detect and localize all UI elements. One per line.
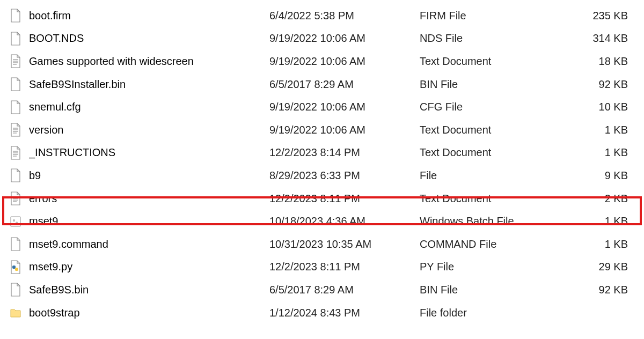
file-row[interactable]: SafeB9S.bin6/5/2017 8:29 AMBIN File92 KB xyxy=(0,278,644,301)
file-size: 10 KB xyxy=(560,101,628,113)
file-row[interactable]: b98/29/2023 6:33 PMFile9 KB xyxy=(0,164,644,187)
file-date: 6/5/2017 8:29 AM xyxy=(269,78,420,91)
file-row[interactable]: mset9.py12/2/2023 8:11 PMPY File29 KB xyxy=(0,256,644,279)
file-type: BIN File xyxy=(420,78,560,91)
file-row[interactable]: SafeB9SInstaller.bin6/5/2017 8:29 AMBIN … xyxy=(0,73,644,96)
file-list[interactable]: boot.firm6/4/2022 5:38 PMFIRM File235 KB… xyxy=(0,0,644,324)
file-size: 314 KB xyxy=(560,32,628,45)
file-blank-icon xyxy=(10,168,29,182)
file-name: mset9 xyxy=(29,215,269,227)
file-size: 2 KB xyxy=(560,193,628,205)
file-size: 1 KB xyxy=(560,238,628,250)
folder-icon xyxy=(10,306,29,320)
file-date: 12/2/2023 8:14 PM xyxy=(269,146,420,159)
file-date: 9/19/2022 10:06 AM xyxy=(269,124,420,136)
file-type: PY File xyxy=(420,261,560,273)
file-type: Text Document xyxy=(420,124,560,136)
file-row[interactable]: snemul.cfg9/19/2022 10:06 AMCFG File10 K… xyxy=(0,95,644,119)
file-name: b9 xyxy=(29,170,269,182)
file-size: 18 KB xyxy=(560,55,628,68)
file-type: Text Document xyxy=(420,146,560,159)
file-row[interactable]: errors12/2/2023 8:11 PMText Document2 KB xyxy=(0,187,644,210)
file-name: version xyxy=(29,124,269,136)
file-blank-icon xyxy=(10,77,29,91)
file-date: 9/19/2022 10:06 AM xyxy=(269,32,420,45)
file-type: Text Document xyxy=(420,55,560,68)
file-name: mset9.py xyxy=(29,261,269,273)
file-size: 92 KB xyxy=(560,284,628,296)
file-type: Text Document xyxy=(420,193,560,205)
file-size: 1 KB xyxy=(560,146,628,159)
file-type: Windows Batch File xyxy=(420,215,560,227)
file-row[interactable]: boot.firm6/4/2022 5:38 PMFIRM File235 KB xyxy=(0,4,644,27)
file-blank-icon xyxy=(10,9,29,23)
file-type: CFG File xyxy=(420,101,560,113)
file-name: boot.firm xyxy=(29,10,269,22)
file-row[interactable]: version9/19/2022 10:06 AMText Document1 … xyxy=(0,119,644,142)
file-name: mset9.command xyxy=(29,238,269,250)
file-row[interactable]: mset9.command10/31/2023 10:35 AMCOMMAND … xyxy=(0,233,644,256)
file-blank-icon xyxy=(10,100,29,114)
file-blank-icon xyxy=(10,237,29,251)
file-text-icon xyxy=(10,54,29,68)
file-date: 9/19/2022 10:06 AM xyxy=(269,55,420,68)
file-name: boot9strap xyxy=(29,307,269,319)
file-type: File xyxy=(420,170,560,182)
file-size: 1 KB xyxy=(560,215,628,227)
file-date: 6/5/2017 8:29 AM xyxy=(269,284,420,296)
file-row[interactable]: BOOT.NDS9/19/2022 10:06 AMNDS File314 KB xyxy=(0,27,644,50)
file-date: 10/31/2023 10:35 AM xyxy=(269,238,420,250)
file-name: errors xyxy=(29,193,269,205)
file-size: 1 KB xyxy=(560,124,628,136)
file-date: 1/12/2024 8:43 PM xyxy=(269,307,420,319)
file-name: snemul.cfg xyxy=(29,101,269,113)
file-date: 6/4/2022 5:38 PM xyxy=(269,10,420,22)
file-blank-icon xyxy=(10,32,29,46)
file-date: 9/19/2022 10:06 AM xyxy=(269,101,420,113)
file-name: BOOT.NDS xyxy=(29,32,269,45)
file-type: BIN File xyxy=(420,284,560,296)
file-name: _INSTRUCTIONS xyxy=(29,146,269,159)
file-row[interactable]: Games supported with widescreen9/19/2022… xyxy=(0,50,644,73)
file-name: SafeB9SInstaller.bin xyxy=(29,78,269,91)
file-type: File folder xyxy=(420,307,560,319)
file-date: 12/2/2023 8:11 PM xyxy=(269,261,420,273)
file-type: FIRM File xyxy=(420,10,560,22)
file-name: Games supported with widescreen xyxy=(29,55,269,68)
file-size: 29 KB xyxy=(560,261,628,273)
file-size: 9 KB xyxy=(560,170,628,182)
file-blank-icon xyxy=(10,283,29,297)
file-text-icon xyxy=(10,146,29,160)
file-size: 235 KB xyxy=(560,10,628,22)
file-type: NDS File xyxy=(420,32,560,45)
file-type: COMMAND File xyxy=(420,238,560,250)
file-text-icon xyxy=(10,123,29,137)
file-date: 12/2/2023 8:11 PM xyxy=(269,193,420,205)
file-date: 8/29/2023 6:33 PM xyxy=(269,170,420,182)
file-batch-icon xyxy=(10,215,29,229)
file-python-icon xyxy=(10,260,29,274)
file-name: SafeB9S.bin xyxy=(29,284,269,296)
file-row[interactable]: boot9strap1/12/2024 8:43 PMFile folder xyxy=(0,301,644,325)
file-text-icon xyxy=(10,191,29,205)
file-size: 92 KB xyxy=(560,78,628,91)
file-row[interactable]: mset910/18/2023 4:36 AMWindows Batch Fil… xyxy=(0,210,644,233)
file-row[interactable]: _INSTRUCTIONS12/2/2023 8:14 PMText Docum… xyxy=(0,142,644,165)
file-date: 10/18/2023 4:36 AM xyxy=(269,215,420,227)
